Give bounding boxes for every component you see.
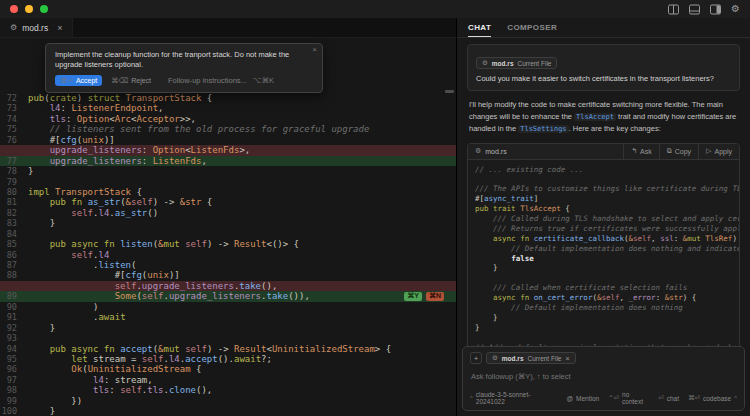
line-number: 80 (0, 187, 28, 197)
code-text: }) (28, 396, 82, 406)
copy-label: Copy (675, 148, 691, 155)
code-line: 76 #[cfg(unix)] (0, 135, 456, 145)
chip-close-icon[interactable]: × (565, 355, 569, 362)
chat-code-line (475, 174, 739, 184)
line-number (0, 145, 28, 155)
popup-close-icon[interactable]: × (312, 46, 317, 54)
chat-messages: ⚙ mod.rs Current File Could you make it … (457, 38, 750, 368)
line-number: 91 (0, 312, 28, 322)
close-window-button[interactable] (10, 5, 18, 13)
titlebar: ⚙ (0, 0, 750, 18)
line-number: 89 (0, 291, 28, 301)
code-line: 96 Ok(UninitializedStream { (0, 364, 456, 374)
line-number: 81 (0, 197, 28, 207)
split-editor-icon[interactable] (668, 4, 679, 15)
code-text: tls: self.tls.clone(), (28, 385, 212, 395)
code-line: 97 l4: stream, (0, 375, 456, 385)
chat-tabbar: CHAT COMPOSER (457, 18, 750, 38)
code-text: tls: Option<Arc<Acceptor>>, (28, 114, 196, 124)
accept-shortcut: ⌘⏎ (60, 77, 73, 85)
apply-button[interactable]: ▷ Apply (698, 144, 739, 159)
followup-instructions-button[interactable]: Follow-up instructions... ⌥⌘K (168, 76, 274, 85)
maximize-window-button[interactable] (40, 5, 48, 13)
code-editor[interactable]: Implement the cleanup function for the t… (0, 38, 456, 416)
code-text: Ok(UninitializedStream { (28, 364, 201, 374)
minimize-window-button[interactable] (25, 5, 33, 13)
code-text: pub fn as_str(&self) -> &str { (28, 197, 212, 207)
code-line: 73 l4: ListenerEndpoint, (0, 103, 456, 113)
copy-button[interactable]: ⧉ Copy (659, 144, 698, 159)
toggle-secondary-sidebar-icon[interactable] (710, 4, 721, 15)
line-number: 92 (0, 323, 28, 333)
ask-label: Ask (640, 148, 652, 155)
code-line: 75 // listeners sent from the old proces… (0, 124, 456, 134)
code-line: 95 let stream = self.l4.accept().await?; (0, 354, 456, 364)
editor-code-lines: 72pub(crate) struct TransportStack {73 l… (0, 38, 456, 416)
code-text: l4: ListenerEndpoint, (28, 103, 164, 113)
followup-shortcut: ⌥⌘K (253, 76, 274, 85)
code-line: 82 self.l4.as_str() (0, 208, 456, 218)
chat-code-line (475, 333, 739, 343)
code-text: .await (28, 312, 126, 322)
code-text: .listen( (28, 260, 136, 270)
line-number: 75 (0, 124, 28, 134)
code-line: 100 } (0, 406, 456, 416)
inline-edit-message: Implement the cleanup function for the t… (55, 50, 313, 70)
chat-code-line: // ... existing code ... (475, 165, 739, 175)
line-number: 98 (0, 385, 28, 395)
line-number: 76 (0, 135, 28, 145)
settings-gear-icon[interactable]: ⚙ (731, 4, 740, 14)
code-text: self.l4 (28, 250, 109, 260)
tab-composer[interactable]: COMPOSER (507, 18, 557, 37)
codebase-button[interactable]: ⌘⏎ codebase ^ (688, 391, 737, 405)
chat-code-line: async fn certificate_callback(&self, ssl… (475, 234, 739, 244)
context-file-chip[interactable]: ⚙ mod.rs Current File (476, 57, 557, 69)
diff-accept-badge[interactable]: ⌘Y (404, 292, 422, 301)
tab-mod-rs[interactable]: ⚙ mod.rs × (0, 18, 73, 37)
code-line: 80impl TransportStack { (0, 187, 456, 197)
code-text: #[cfg(unix)] (28, 270, 180, 280)
toggle-panel-icon[interactable] (689, 4, 700, 15)
code-text: self.l4.as_str() (28, 208, 158, 218)
chip-badge: Current File (528, 355, 562, 362)
traffic-lights (10, 5, 48, 13)
chat-code-line: } (475, 263, 739, 273)
chat-input-box[interactable]: + ⚙ mod.rs Current File × Ask followup (… (462, 346, 745, 411)
chat-input-placeholder[interactable]: Ask followup (⌘Y), ↑ to select (471, 372, 736, 381)
add-context-button[interactable]: + (470, 352, 482, 364)
input-context-file-chip[interactable]: ⚙ mod.rs Current File × (486, 352, 576, 364)
mention-button[interactable]: @ Mention (566, 395, 599, 402)
code-line: 83 } (0, 218, 456, 228)
code-line: 94 pub async fn accept(&mut self) -> Res… (0, 344, 456, 354)
copy-icon: ⧉ (667, 147, 672, 155)
line-number: 100 (0, 406, 28, 416)
no-context-button[interactable]: ⌃⏎ no context (608, 391, 649, 405)
code-line: 86 self.l4 (0, 250, 456, 260)
model-selector[interactable]: ^ claude-3-5-sonnet-20241022 (470, 391, 557, 405)
editor-tabbar: ⚙ mod.rs × (0, 18, 456, 38)
chat-code-line: /// Called when certificate selection fa… (475, 283, 739, 293)
code-line: 98 tls: self.tls.clone(), (0, 385, 456, 395)
chat-code-line: #[async_trait] (475, 194, 739, 204)
line-number: 74 (0, 114, 28, 124)
code-text: pub async fn accept(&mut self) -> Result… (28, 344, 391, 354)
code-line: 77 upgrade_listeners: ListenFds, (0, 156, 456, 166)
code-line: upgrade_listeners: Option<ListenFds>, (0, 145, 456, 155)
chat-submit-button[interactable]: ⏎ chat (658, 391, 679, 405)
chat-code-line: false (475, 254, 739, 264)
accept-button[interactable]: ⌘⏎ Accept (55, 75, 102, 86)
no-context-label: no context (622, 391, 649, 405)
tab-close-icon[interactable]: × (57, 23, 62, 33)
line-number: 85 (0, 239, 28, 249)
reject-button[interactable]: ⌘⌫ Reject (111, 77, 151, 85)
diff-reject-badge[interactable]: ⌘N (426, 292, 444, 301)
code-text: ) (28, 302, 98, 312)
line-number: 93 (0, 333, 28, 343)
ask-button[interactable]: ↰ Ask (623, 144, 659, 159)
chat-code-line: } (475, 323, 739, 333)
code-line: 92 } (0, 323, 456, 333)
scrollbar-thumb[interactable] (445, 90, 454, 93)
code-text: } (28, 218, 55, 228)
code-text: } (28, 323, 55, 333)
tab-chat[interactable]: CHAT (468, 18, 491, 37)
